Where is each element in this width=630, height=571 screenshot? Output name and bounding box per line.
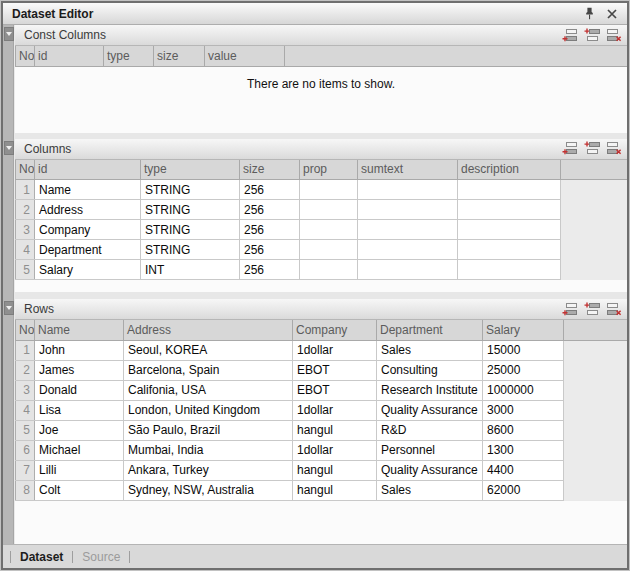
cell[interactable] <box>458 180 561 200</box>
row-number-cell[interactable]: 2 <box>16 200 35 220</box>
cell[interactable]: Joe <box>35 420 124 440</box>
cell[interactable]: Lilli <box>35 460 124 480</box>
cell[interactable]: Mumbai, India <box>124 440 293 460</box>
cell[interactable]: 1000000 <box>483 380 564 400</box>
cell[interactable]: hangul <box>293 460 377 480</box>
row-number-cell[interactable]: 5 <box>16 260 35 280</box>
cell[interactable]: Department <box>35 240 141 260</box>
insert-row-icon[interactable] <box>583 27 601 43</box>
pin-icon[interactable] <box>581 6 598 21</box>
cell[interactable]: Salary <box>35 260 141 280</box>
cell[interactable]: Califonia, USA <box>124 380 293 400</box>
cell[interactable]: R&D <box>377 420 483 440</box>
row-number-cell[interactable]: 7 <box>16 460 35 480</box>
cell[interactable]: STRING <box>141 220 240 240</box>
cell[interactable]: 256 <box>240 260 300 280</box>
cell[interactable]: EBOT <box>293 380 377 400</box>
cell[interactable]: Name <box>35 180 141 200</box>
row-number-cell[interactable]: 4 <box>16 400 35 420</box>
cell[interactable]: 1300 <box>483 440 564 460</box>
cell[interactable]: London, United Kingdom <box>124 400 293 420</box>
cell[interactable]: 15000 <box>483 340 564 360</box>
cell[interactable] <box>358 200 458 220</box>
add-row-icon[interactable] <box>561 27 579 43</box>
cell[interactable]: hangul <box>293 480 377 500</box>
cell[interactable] <box>300 240 358 260</box>
close-icon[interactable] <box>603 6 620 21</box>
cell[interactable] <box>300 180 358 200</box>
collapse-button-const-columns[interactable] <box>4 27 14 41</box>
cell[interactable] <box>458 220 561 240</box>
cell[interactable]: STRING <box>141 200 240 220</box>
cell[interactable]: James <box>35 360 124 380</box>
cell[interactable] <box>458 240 561 260</box>
cell[interactable]: Donald <box>35 380 124 400</box>
row-number-cell[interactable]: 2 <box>16 360 35 380</box>
cell[interactable] <box>300 260 358 280</box>
cell[interactable]: Sales <box>377 480 483 500</box>
row-number-cell[interactable]: 3 <box>16 220 35 240</box>
cell[interactable]: 1dollar <box>293 440 377 460</box>
insert-row-icon[interactable] <box>583 141 601 157</box>
cell[interactable]: Sydney, NSW, Australia <box>124 480 293 500</box>
cell[interactable]: 4400 <box>483 460 564 480</box>
cell[interactable]: 62000 <box>483 480 564 500</box>
cell[interactable]: Sales <box>377 340 483 360</box>
cell[interactable]: STRING <box>141 180 240 200</box>
cell[interactable]: 1dollar <box>293 340 377 360</box>
delete-row-icon[interactable] <box>605 301 623 317</box>
cell[interactable] <box>358 240 458 260</box>
cell[interactable]: Lisa <box>35 400 124 420</box>
cell[interactable]: 3000 <box>483 400 564 420</box>
cell[interactable]: Barcelona, Spain <box>124 360 293 380</box>
row-number-cell[interactable]: 5 <box>16 420 35 440</box>
row-number-cell[interactable]: 6 <box>16 440 35 460</box>
cell[interactable]: 256 <box>240 220 300 240</box>
row-number-cell[interactable]: 4 <box>16 240 35 260</box>
row-number-cell[interactable]: 1 <box>16 340 35 360</box>
cell[interactable]: 8600 <box>483 420 564 440</box>
row-number-cell[interactable]: 8 <box>16 480 35 500</box>
add-row-icon[interactable] <box>561 141 579 157</box>
collapse-button-columns[interactable] <box>4 141 14 155</box>
cell[interactable]: Company <box>35 220 141 240</box>
cell[interactable]: Ankara, Turkey <box>124 460 293 480</box>
cell[interactable] <box>458 200 561 220</box>
collapse-button-rows[interactable] <box>4 301 14 315</box>
cell[interactable]: 256 <box>240 180 300 200</box>
cell[interactable] <box>458 260 561 280</box>
delete-row-icon[interactable] <box>605 27 623 43</box>
cell[interactable] <box>300 220 358 240</box>
cell[interactable]: Consulting <box>377 360 483 380</box>
cell[interactable]: Personnel <box>377 440 483 460</box>
cell[interactable] <box>358 260 458 280</box>
cell[interactable]: 1dollar <box>293 400 377 420</box>
cell[interactable]: 25000 <box>483 360 564 380</box>
row-number-cell[interactable]: 1 <box>16 180 35 200</box>
cell[interactable]: Seoul, KOREA <box>124 340 293 360</box>
cell[interactable]: Address <box>35 200 141 220</box>
add-row-icon[interactable] <box>561 301 579 317</box>
cell[interactable] <box>300 200 358 220</box>
column-header: prop <box>300 160 358 180</box>
cell[interactable] <box>358 180 458 200</box>
cell[interactable]: hangul <box>293 420 377 440</box>
cell[interactable]: 256 <box>240 240 300 260</box>
delete-row-icon[interactable] <box>605 141 623 157</box>
cell[interactable]: Colt <box>35 480 124 500</box>
cell[interactable]: INT <box>141 260 240 280</box>
cell[interactable] <box>358 220 458 240</box>
row-number-cell[interactable]: 3 <box>16 380 35 400</box>
insert-row-icon[interactable] <box>583 301 601 317</box>
cell[interactable]: Michael <box>35 440 124 460</box>
tab-dataset[interactable]: Dataset <box>20 550 63 564</box>
cell[interactable]: Research Institute <box>377 380 483 400</box>
cell[interactable]: STRING <box>141 240 240 260</box>
cell[interactable]: John <box>35 340 124 360</box>
cell[interactable]: 256 <box>240 200 300 220</box>
tab-source[interactable]: Source <box>82 550 120 564</box>
cell[interactable]: EBOT <box>293 360 377 380</box>
cell[interactable]: Quality Assurance <box>377 460 483 480</box>
cell[interactable]: São Paulo, Brazil <box>124 420 293 440</box>
cell[interactable]: Quality Assurance <box>377 400 483 420</box>
